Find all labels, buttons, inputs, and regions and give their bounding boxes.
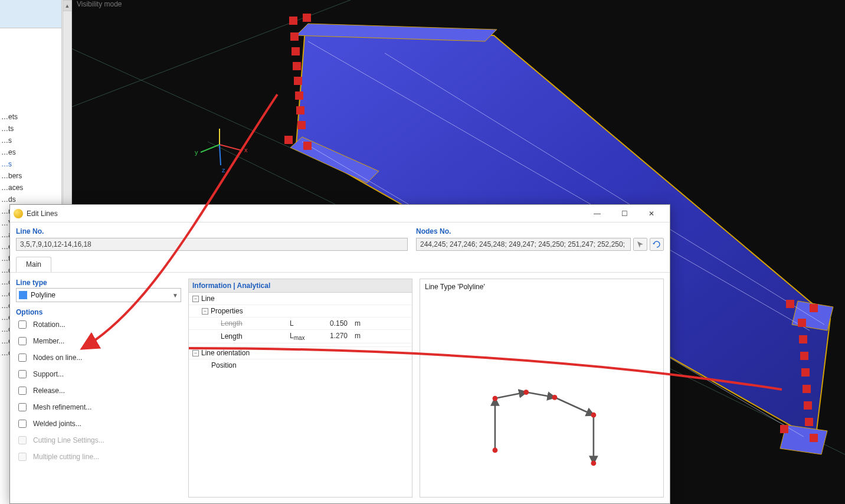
svg-rect-20 bbox=[284, 136, 293, 144]
tree-item[interactable]: …s bbox=[0, 135, 61, 146]
svg-text:y: y bbox=[195, 149, 198, 156]
tree-item[interactable]: …es bbox=[0, 146, 61, 158]
option-mesh-check[interactable] bbox=[18, 403, 27, 411]
tree-item[interactable]: …ts bbox=[0, 123, 61, 135]
option-support[interactable]: Support... bbox=[16, 368, 181, 380]
reverse-button[interactable] bbox=[650, 238, 664, 251]
propgrid-length1-name: Length bbox=[221, 332, 243, 341]
propgrid-length0-sym: L bbox=[286, 318, 316, 329]
svg-rect-11 bbox=[289, 17, 297, 25]
collapse-icon[interactable]: − bbox=[192, 350, 199, 356]
svg-rect-29 bbox=[804, 401, 812, 410]
option-member-label: Member... bbox=[33, 337, 64, 345]
svg-rect-13 bbox=[290, 32, 299, 41]
option-nodes-on-line[interactable]: Nodes on line... bbox=[16, 352, 181, 364]
option-cutting-label: Cutting Line Settings... bbox=[33, 436, 104, 444]
option-release[interactable]: Release... bbox=[16, 385, 181, 397]
propgrid-length1-unit: m bbox=[351, 330, 369, 343]
svg-point-44 bbox=[591, 413, 596, 418]
maximize-button[interactable]: ☐ bbox=[611, 205, 638, 222]
svg-rect-12 bbox=[303, 14, 311, 22]
linetype-preview: Line Type 'Polyline' bbox=[420, 279, 664, 498]
option-member-check[interactable] bbox=[18, 337, 27, 345]
option-support-check[interactable] bbox=[18, 370, 27, 378]
svg-rect-15 bbox=[293, 62, 301, 70]
linetype-value: Polyline bbox=[31, 291, 172, 299]
svg-rect-32 bbox=[810, 434, 818, 442]
pick-nodes-button[interactable] bbox=[633, 238, 647, 251]
property-grid[interactable]: Information | Analytical − Line − Proper… bbox=[188, 279, 412, 498]
option-multcut-label: Multiple cutting line... bbox=[33, 453, 99, 461]
propgrid-length0-val: 0.150 bbox=[316, 318, 351, 329]
svg-rect-19 bbox=[297, 121, 306, 129]
svg-point-42 bbox=[523, 390, 529, 395]
option-mesh-label: Mesh refinement... bbox=[33, 403, 91, 411]
reverse-icon bbox=[653, 240, 661, 248]
linetype-swatch bbox=[19, 291, 27, 299]
collapse-icon[interactable]: − bbox=[192, 296, 199, 302]
nodes-no-input[interactable] bbox=[416, 238, 631, 251]
linetype-label: Line type bbox=[16, 279, 181, 287]
tree-top bbox=[0, 0, 61, 28]
svg-rect-14 bbox=[292, 47, 300, 55]
option-release-check[interactable] bbox=[18, 387, 27, 395]
option-welded-label: Welded joints... bbox=[33, 420, 81, 428]
svg-rect-24 bbox=[798, 319, 806, 327]
app-icon bbox=[14, 209, 23, 218]
tree-item[interactable]: …ets bbox=[0, 111, 61, 123]
propgrid-length0-unit: m bbox=[351, 318, 369, 329]
linetype-select[interactable]: Polyline ▼ bbox=[16, 288, 181, 302]
svg-point-45 bbox=[591, 461, 596, 466]
tree-item[interactable]: …s bbox=[0, 158, 61, 170]
svg-rect-17 bbox=[295, 91, 303, 100]
tree-item[interactable]: …ds bbox=[0, 194, 61, 205]
svg-point-43 bbox=[552, 395, 558, 400]
option-multiple-cutting: Multiple cutting line... bbox=[16, 451, 181, 463]
edit-lines-dialog: Edit Lines — ☐ ✕ Line No. Nodes No. bbox=[9, 204, 670, 504]
option-mesh-refinement[interactable]: Mesh refinement... bbox=[16, 401, 181, 413]
line-no-block: Line No. bbox=[16, 227, 408, 251]
line-no-input[interactable] bbox=[16, 238, 408, 251]
collapse-icon[interactable]: − bbox=[202, 308, 208, 315]
propgrid-properties-node: Properties bbox=[211, 307, 243, 315]
scroll-up-icon[interactable]: ▲ bbox=[63, 1, 71, 11]
svg-rect-23 bbox=[810, 304, 818, 312]
svg-rect-26 bbox=[800, 352, 808, 360]
tree-item[interactable]: …aces bbox=[0, 182, 61, 194]
linetype-group: Line type Polyline ▼ bbox=[16, 279, 181, 302]
option-member[interactable]: Member... bbox=[16, 335, 181, 347]
options-label: Options bbox=[16, 308, 181, 316]
preview-svg bbox=[420, 279, 663, 497]
propgrid-length1-sym: Lmax bbox=[286, 330, 316, 343]
propgrid-length0-name: Length bbox=[221, 319, 243, 328]
propgrid-header: Information | Analytical bbox=[189, 279, 412, 293]
dialog-titlebar[interactable]: Edit Lines — ☐ ✕ bbox=[10, 205, 670, 222]
close-button[interactable]: ✕ bbox=[638, 205, 665, 222]
svg-rect-31 bbox=[780, 425, 788, 433]
svg-text:x: x bbox=[244, 146, 248, 153]
svg-rect-18 bbox=[296, 106, 304, 114]
svg-rect-28 bbox=[803, 385, 811, 393]
option-rotation-check[interactable] bbox=[18, 320, 27, 329]
dialog-title: Edit Lines bbox=[27, 210, 584, 218]
svg-point-41 bbox=[493, 396, 498, 401]
tree-item[interactable]: …bers bbox=[0, 170, 61, 182]
line-no-label: Line No. bbox=[16, 227, 408, 235]
svg-line-34 bbox=[201, 145, 220, 152]
nodes-no-label: Nodes No. bbox=[416, 227, 664, 235]
propgrid-line-node: Line bbox=[201, 294, 215, 303]
option-cutting-line: Cutting Line Settings... bbox=[16, 434, 181, 446]
option-welded-joints[interactable]: Welded joints... bbox=[16, 418, 181, 430]
option-release-label: Release... bbox=[33, 387, 65, 395]
option-multcut-check bbox=[18, 453, 27, 461]
axis-triad: x y z bbox=[195, 129, 248, 174]
minimize-button[interactable]: — bbox=[584, 205, 611, 222]
chevron-down-icon: ▼ bbox=[172, 292, 178, 299]
svg-rect-30 bbox=[805, 418, 813, 426]
svg-point-40 bbox=[493, 448, 498, 453]
option-rotation[interactable]: Rotation... bbox=[16, 319, 181, 330]
svg-rect-16 bbox=[294, 77, 302, 85]
option-welded-check[interactable] bbox=[18, 420, 27, 428]
tab-main[interactable]: Main bbox=[16, 257, 51, 272]
option-nodes-check[interactable] bbox=[18, 354, 27, 362]
